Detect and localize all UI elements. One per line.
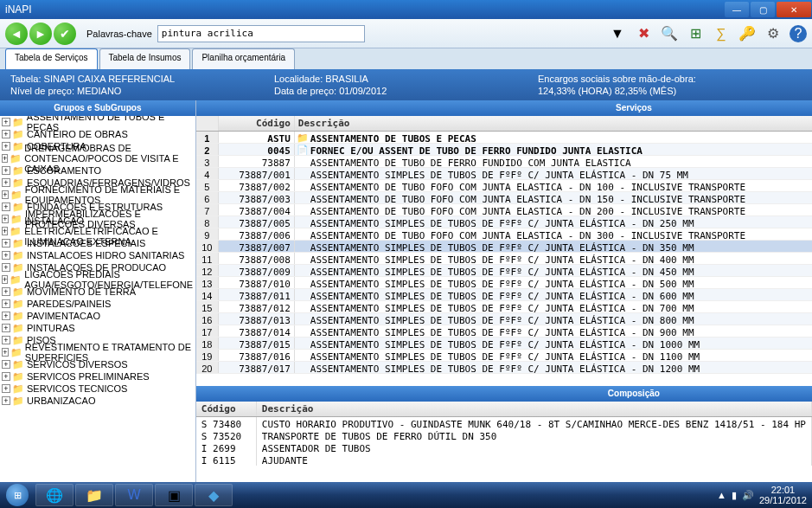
apply-button[interactable]: ✔ — [54, 23, 76, 45]
clear-filter-icon[interactable]: ✖ — [634, 24, 653, 43]
table-row[interactable]: 1873887/015ASSENTAMENTO SIMPLES DE TUBOS… — [196, 338, 812, 350]
expand-icon[interactable]: + — [2, 384, 10, 393]
tree-item[interactable]: +ASSENTAMENTO DE TUBOS E PECAS — [0, 116, 195, 128]
tree-item[interactable]: +FORNECIMENTO DE MATERIAIS E EQUIPAMENTO… — [0, 189, 195, 201]
table-row[interactable]: 873887/005ASSENTAMENTO SIMPLES DE TUBOS … — [196, 216, 812, 228]
minimize-button[interactable]: — — [725, 2, 749, 17]
search-icon[interactable]: 🔍 — [660, 24, 679, 43]
tree-item[interactable]: +LIGACOES PREDIAIS AGUA/ESGOTO/ENERGIA/T… — [0, 273, 195, 286]
tab-planilha[interactable]: Planilha orçamentária — [192, 48, 295, 69]
expand-icon[interactable]: + — [2, 360, 10, 369]
start-button[interactable]: ⊞ — [0, 482, 35, 508]
tab-servicos[interactable]: Tabela de Serviços — [5, 48, 98, 69]
tab-insumos[interactable]: Tabela de Insumos — [99, 48, 191, 69]
tree-item[interactable]: +INSTALACOES HIDRO SANITARIAS — [0, 249, 195, 261]
task-app1[interactable]: ▣ — [155, 484, 193, 506]
table-row[interactable]: 573887/002ASSENTAMENTO DE TUBO FOFO COM … — [196, 180, 812, 192]
close-button[interactable]: ✕ — [777, 2, 811, 17]
col-descricao[interactable]: Descrição — [295, 116, 812, 131]
tree-item[interactable]: +DRENAGEM/OBRAS DE CONTENCAO/POCOS DE VI… — [0, 152, 195, 164]
table-row[interactable]: 373887ASSENTAMENTO DE TUBO DE FERRO FUND… — [196, 156, 812, 168]
tree-item[interactable]: +SERVICOS PRELIMINARES — [0, 370, 195, 383]
comp-grid-body[interactable]: S 73480CUSTO HORARIO PRODUTIVO - GUINDAS… — [196, 417, 812, 490]
table-row[interactable]: 20045📄FORNEC E/OU ASSENT DE TUBO DE FERR… — [196, 144, 812, 156]
tree[interactable]: +ASSENTAMENTO DE TUBOS E PECAS+CANTEIRO … — [0, 116, 195, 490]
expand-icon[interactable]: + — [2, 396, 10, 405]
expand-icon[interactable]: + — [2, 263, 10, 272]
expand-icon[interactable]: + — [2, 372, 10, 381]
table-row[interactable]: 1973887/016ASSENTAMENTO SIMPLES DE TUBOS… — [196, 350, 812, 362]
comp-row[interactable]: S 73520TRANSPORTE DE TUBOS DE FERRO DÚTI… — [196, 429, 812, 441]
expand-icon[interactable]: + — [2, 251, 10, 260]
forward-button[interactable]: ► — [29, 23, 52, 45]
tree-item[interactable]: +PAREDES/PAINEIS — [0, 298, 195, 310]
expand-icon[interactable]: + — [2, 299, 10, 308]
table-row[interactable]: 973887/006ASSENTAMENTO DE TUBO FOFO COM … — [196, 228, 812, 241]
tree-item[interactable]: +URBANIZACAO — [0, 395, 195, 407]
expand-icon[interactable]: + — [2, 190, 9, 199]
comp-row[interactable]: S 73480CUSTO HORARIO PRODUTIVO - GUINDAS… — [196, 417, 812, 429]
expand-icon[interactable]: + — [2, 275, 8, 284]
expand-icon[interactable]: + — [2, 312, 10, 320]
table-row[interactable]: 773887/004ASSENTAMENTO DE TUBO FOFO COM … — [196, 204, 812, 216]
system-tray[interactable]: ▲ ▮ 🔊 22:0129/11/2012 — [717, 485, 812, 505]
expand-icon[interactable]: + — [2, 166, 10, 175]
expand-icon[interactable]: + — [2, 142, 10, 151]
comp-row[interactable]: I 2699ASSENTADOR DE TUBOSH0,1330000 — [196, 441, 812, 453]
expand-icon[interactable]: + — [2, 348, 9, 357]
table-row[interactable]: 1273887/009ASSENTAMENTO SIMPLES DE TUBOS… — [196, 265, 812, 277]
stats-icon[interactable]: ∑ — [712, 24, 731, 43]
expand-icon[interactable]: + — [2, 239, 10, 248]
tree-item[interactable]: +REVESTIMENTO E TRATAMENTO DE SUPERFICIE… — [0, 346, 195, 358]
comp-col-descricao[interactable]: Descrição — [257, 402, 812, 416]
tree-item[interactable]: +SERVICOS TECNICOS — [0, 383, 195, 395]
expand-icon[interactable]: + — [2, 178, 10, 187]
task-ie[interactable]: 🌐 — [35, 484, 74, 506]
task-word[interactable]: W — [115, 484, 153, 506]
export-excel-icon[interactable]: ⊞ — [686, 24, 705, 43]
tray-flag-icon[interactable]: ▲ — [717, 490, 726, 500]
table-row[interactable]: 1473887/011ASSENTAMENTO SIMPLES DE TUBOS… — [196, 289, 812, 301]
expand-icon[interactable]: + — [2, 324, 10, 332]
filter-icon[interactable]: ▼ — [608, 24, 627, 43]
folder-icon — [12, 262, 24, 273]
table-row[interactable]: 1373887/010ASSENTAMENTO SIMPLES DE TUBOS… — [196, 277, 812, 289]
key-icon[interactable]: 🔑 — [738, 24, 757, 43]
expand-icon[interactable]: + — [2, 203, 10, 211]
table-row[interactable]: 1ASTU📁ASSENTAMENTO DE TUBOS E PECAS — [196, 132, 812, 144]
maximize-button[interactable]: ▢ — [751, 2, 775, 17]
gear-icon[interactable]: ⚙ — [764, 24, 783, 43]
expand-icon[interactable]: + — [2, 130, 10, 138]
keyword-input[interactable] — [157, 25, 365, 42]
table-row[interactable]: 1673887/013ASSENTAMENTO SIMPLES DE TUBOS… — [196, 313, 812, 325]
tray-network-icon[interactable]: ▮ — [732, 490, 737, 501]
tray-sound-icon[interactable]: 🔊 — [742, 490, 754, 501]
expand-icon[interactable]: + — [2, 215, 9, 223]
expand-icon[interactable]: + — [2, 227, 8, 235]
table-row[interactable]: 1773887/014ASSENTAMENTO SIMPLES DE TUBOS… — [196, 325, 812, 338]
table-row[interactable]: 473887/001ASSENTAMENTO SIMPLES DE TUBOS … — [196, 168, 812, 180]
tray-clock[interactable]: 22:0129/11/2012 — [759, 485, 807, 505]
table-row[interactable]: 1073887/007ASSENTAMENTO SIMPLES DE TUBOS… — [196, 241, 812, 253]
row-codigo: 73887/004 — [219, 204, 295, 215]
expand-icon[interactable]: + — [2, 287, 10, 296]
col-codigo[interactable]: Código — [219, 116, 295, 131]
tree-item[interactable]: +INSTALACAO ELETRICA/ELETRIFICACAO E ILU… — [0, 225, 195, 237]
comp-row[interactable]: I 6115AJUDANTEH0,2660000 — [196, 453, 812, 466]
comp-col-codigo[interactable]: Código — [196, 402, 257, 416]
tree-item[interactable]: +PINTURAS — [0, 322, 195, 334]
table-row[interactable]: 673887/003ASSENTAMENTO DE TUBO FOFO COM … — [196, 192, 812, 204]
table-row[interactable]: 1573887/012ASSENTAMENTO SIMPLES DE TUBOS… — [196, 301, 812, 313]
table-row[interactable]: 1173887/008ASSENTAMENTO SIMPLES DE TUBOS… — [196, 253, 812, 265]
expand-icon[interactable]: + — [2, 118, 10, 126]
help-icon[interactable]: ? — [790, 25, 807, 42]
expand-icon[interactable]: + — [2, 154, 8, 163]
table-row[interactable]: 2073887/017ASSENTAMENTO SIMPLES DE TUBOS… — [196, 362, 812, 374]
tree-item[interactable]: +PAVIMENTACAO — [0, 310, 195, 322]
task-explorer[interactable]: 📁 — [75, 484, 113, 506]
servicos-grid-body[interactable]: 1ASTU📁ASSENTAMENTO DE TUBOS E PECAS20045… — [196, 132, 812, 386]
folder-icon — [12, 395, 24, 406]
back-button[interactable]: ◄ — [5, 23, 28, 45]
expand-icon[interactable]: + — [2, 336, 10, 344]
task-app2[interactable]: ◆ — [195, 484, 233, 506]
